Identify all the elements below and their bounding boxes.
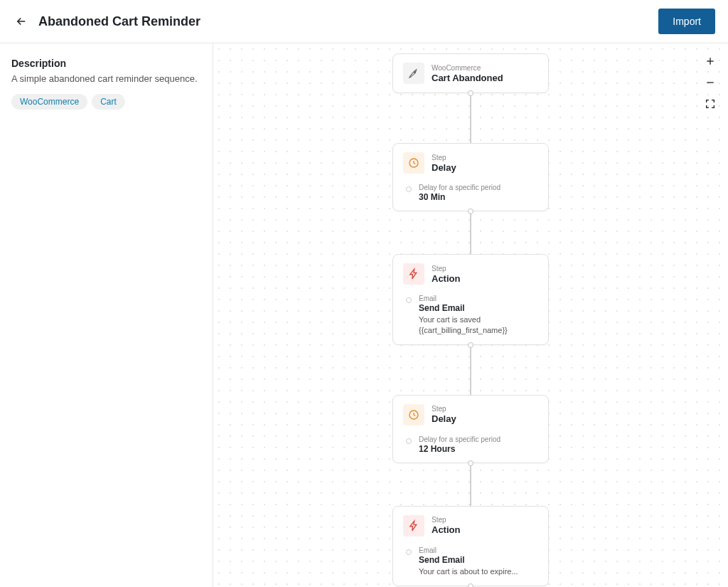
node-supertitle: Step xyxy=(432,265,460,273)
node-detail-label: Email xyxy=(419,295,538,302)
node-title: Delay xyxy=(432,413,456,424)
flow-node-delay[interactable]: Step Delay Delay for a specific period 3… xyxy=(392,143,549,211)
node-detail-title: Send Email xyxy=(419,303,538,313)
node-detail-title: 12 Hours xyxy=(419,444,538,454)
svg-point-0 xyxy=(414,71,415,73)
import-button[interactable]: Import xyxy=(658,9,715,34)
node-meta: Step Delay xyxy=(432,405,456,424)
bolt-icon xyxy=(403,515,424,536)
node-detail-title: Send Email xyxy=(419,555,538,565)
node-detail-title: 30 Min xyxy=(419,192,538,202)
connector-dot xyxy=(468,460,473,466)
flow-connector xyxy=(470,463,471,506)
connector-dot xyxy=(468,90,473,96)
description-heading: Description xyxy=(11,58,201,69)
header: Abandoned Cart Reminder Import xyxy=(0,0,728,43)
clock-icon xyxy=(403,152,424,174)
connector-dot xyxy=(468,583,473,587)
node-detail-label: Delay for a specific period xyxy=(419,184,538,191)
sidebar: Description A simple abandoned cart remi… xyxy=(0,43,213,587)
node-detail-label: Delay for a specific period xyxy=(419,435,538,443)
node-title: Action xyxy=(432,273,460,284)
node-header: WooCommerce Cart Abandoned xyxy=(403,63,538,84)
flow-column: WooCommerce Cart Abandoned xyxy=(392,53,549,587)
description-text: A simple abandoned cart reminder sequenc… xyxy=(11,73,201,84)
flow-node-delay[interactable]: Step Delay Delay for a specific period 1… xyxy=(392,395,549,463)
node-supertitle: Step xyxy=(432,516,460,524)
plus-icon xyxy=(705,55,716,67)
arrow-left-icon xyxy=(15,15,28,28)
node-supertitle: Step xyxy=(432,405,456,413)
zoom-in-button[interactable] xyxy=(701,52,719,70)
flow-canvas[interactable]: WooCommerce Cart Abandoned xyxy=(213,43,728,587)
node-header: Step Action xyxy=(403,515,538,536)
node-meta: Step Action xyxy=(432,265,460,284)
rocket-icon xyxy=(403,63,424,84)
node-meta: Step Delay xyxy=(432,154,456,173)
node-detail-body: Your cart is about to expire... xyxy=(419,566,538,577)
node-header: Step Delay xyxy=(403,152,538,174)
node-title: Action xyxy=(432,524,460,535)
flow-node-trigger[interactable]: WooCommerce Cart Abandoned xyxy=(392,53,549,93)
node-meta: WooCommerce Cart Abandoned xyxy=(432,64,503,83)
node-detail-label: Email xyxy=(419,546,538,554)
tag-cart[interactable]: Cart xyxy=(92,94,125,110)
body: Description A simple abandoned cart remi… xyxy=(0,43,728,587)
node-title: Cart Abandoned xyxy=(432,73,503,83)
node-detail: Delay for a specific period 30 Min xyxy=(403,184,538,202)
node-detail: Email Send Email Your cart is saved {{ca… xyxy=(403,295,538,336)
bolt-icon xyxy=(403,263,424,285)
connector-dot xyxy=(468,208,473,214)
flow-node-action[interactable]: Step Action Email Send Email Your cart i… xyxy=(392,254,549,345)
fullscreen-icon xyxy=(705,98,716,110)
node-meta: Step Action xyxy=(432,516,460,535)
flow-node-action[interactable]: Step Action Email Send Email Your cart i… xyxy=(392,506,549,586)
node-supertitle: WooCommerce xyxy=(432,64,503,72)
page-title: Abandoned Cart Reminder xyxy=(38,14,200,29)
node-detail-body: Your cart is saved {{cart_billing_first_… xyxy=(419,314,538,336)
zoom-out-button[interactable] xyxy=(701,73,719,92)
node-detail: Delay for a specific period 12 Hours xyxy=(403,435,538,454)
node-header: Step Action xyxy=(403,263,538,285)
flow-connector xyxy=(470,93,471,143)
flow-connector xyxy=(470,345,471,395)
clock-icon xyxy=(403,404,424,425)
tag-woocommerce[interactable]: WooCommerce xyxy=(11,94,87,110)
back-button[interactable] xyxy=(13,13,30,30)
fullscreen-button[interactable] xyxy=(701,95,719,113)
canvas-controls xyxy=(701,52,719,113)
node-detail: Email Send Email Your cart is about to e… xyxy=(403,546,538,577)
connector-dot xyxy=(468,342,473,348)
node-header: Step Delay xyxy=(403,404,538,425)
minus-icon xyxy=(705,77,716,88)
flow-connector xyxy=(470,211,471,254)
node-supertitle: Step xyxy=(432,154,456,162)
header-left: Abandoned Cart Reminder xyxy=(13,13,200,30)
tag-list: WooCommerce Cart xyxy=(11,94,201,110)
node-title: Delay xyxy=(432,162,456,173)
